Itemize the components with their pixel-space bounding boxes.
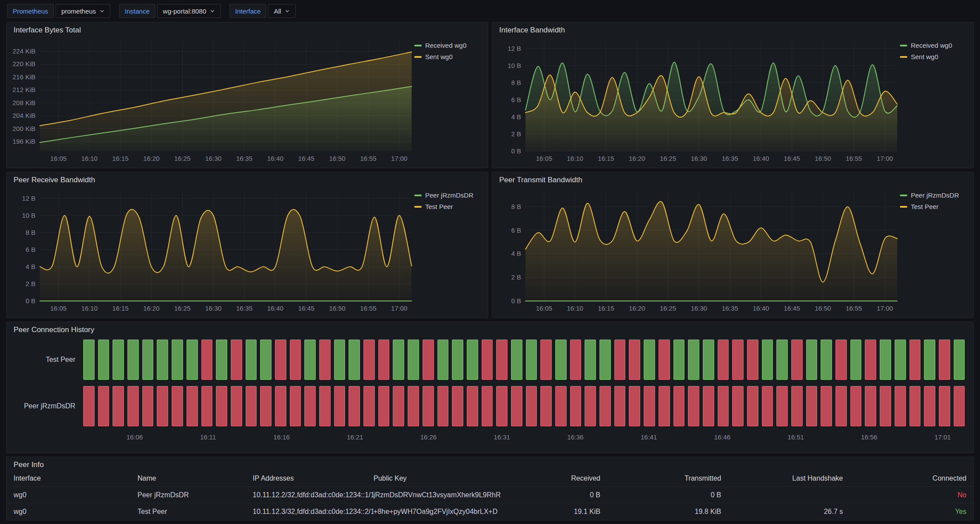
status-bar[interactable]: [570, 386, 582, 426]
status-bar[interactable]: [467, 340, 478, 380]
column-header[interactable]: Public Key: [374, 474, 506, 482]
legend-item[interactable]: Sent wg0: [900, 53, 969, 60]
status-bar[interactable]: [895, 386, 906, 426]
status-bar[interactable]: [526, 386, 537, 426]
chart-canvas[interactable]: 0 B2 B4 B6 B8 B10 B12 B16:0516:1016:1516…: [9, 186, 414, 314]
status-bar[interactable]: [865, 386, 876, 426]
status-bar[interactable]: [540, 340, 552, 380]
status-bar[interactable]: [924, 340, 935, 380]
column-header[interactable]: Last Handshake: [721, 474, 843, 482]
column-header[interactable]: Transmitted: [600, 474, 721, 482]
status-bar[interactable]: [570, 340, 582, 380]
status-bar[interactable]: [201, 340, 213, 380]
status-bar[interactable]: [127, 386, 139, 426]
status-bar[interactable]: [585, 340, 596, 380]
legend-item[interactable]: Peer jRzmDsDR: [900, 191, 969, 199]
status-bar[interactable]: [113, 340, 124, 380]
status-bar[interactable]: [482, 340, 493, 380]
status-bar[interactable]: [526, 340, 537, 380]
status-bar[interactable]: [172, 386, 183, 426]
status-bar[interactable]: [275, 340, 286, 380]
status-bar[interactable]: [880, 386, 891, 426]
status-bar[interactable]: [806, 386, 818, 426]
status-bar[interactable]: [408, 340, 419, 380]
status-bar[interactable]: [776, 386, 788, 426]
status-bar[interactable]: [747, 340, 758, 380]
panel-title[interactable]: Peer Info: [7, 457, 973, 470]
legend-item[interactable]: Test Peer: [900, 203, 969, 210]
status-bar[interactable]: [540, 386, 552, 426]
status-bar[interactable]: [319, 340, 331, 380]
status-bar[interactable]: [555, 386, 567, 426]
panel-title[interactable]: Peer Connection History: [7, 322, 973, 335]
status-bar[interactable]: [659, 340, 670, 380]
status-bar[interactable]: [555, 340, 567, 380]
status-bar[interactable]: [290, 340, 301, 380]
status-bar[interactable]: [511, 340, 522, 380]
status-bar[interactable]: [821, 386, 832, 426]
status-bar[interactable]: [791, 386, 803, 426]
column-header[interactable]: IP Addresses: [253, 474, 374, 482]
chart-canvas[interactable]: 0 B2 B4 B6 B8 B10 B12 B16:0516:1016:1516…: [495, 36, 900, 164]
status-bar[interactable]: [187, 340, 198, 380]
status-bar[interactable]: [703, 386, 714, 426]
status-bar[interactable]: [304, 386, 316, 426]
status-bar[interactable]: [349, 340, 360, 380]
legend-item[interactable]: Test Peer: [414, 203, 483, 210]
status-bar[interactable]: [187, 386, 198, 426]
status-bar[interactable]: [378, 340, 390, 380]
legend-item[interactable]: Peer jRzmDsDR: [414, 191, 483, 199]
status-bar[interactable]: [423, 386, 434, 426]
status-bar[interactable]: [703, 340, 714, 380]
status-bar[interactable]: [511, 386, 522, 426]
status-bar[interactable]: [157, 340, 168, 380]
status-bar[interactable]: [688, 340, 699, 380]
status-bar[interactable]: [614, 340, 626, 380]
legend-item[interactable]: Received wg0: [900, 42, 969, 49]
status-bar[interactable]: [113, 386, 124, 426]
status-bar[interactable]: [452, 340, 463, 380]
status-bar[interactable]: [423, 340, 434, 380]
status-bar[interactable]: [688, 386, 699, 426]
status-bar[interactable]: [231, 386, 242, 426]
legend-item[interactable]: Received wg0: [414, 42, 483, 49]
status-bar[interactable]: [644, 340, 655, 380]
status-bar[interactable]: [408, 386, 419, 426]
panel-title[interactable]: Interface Bytes Total: [7, 22, 488, 35]
status-bar[interactable]: [260, 340, 271, 380]
status-bar[interactable]: [718, 386, 729, 426]
status-bar[interactable]: [304, 340, 316, 380]
status-bar[interactable]: [909, 340, 921, 380]
status-bar[interactable]: [880, 340, 891, 380]
variable-label-prometheus[interactable]: Prometheus: [7, 4, 54, 18]
status-bar[interactable]: [482, 386, 493, 426]
status-bar[interactable]: [924, 386, 935, 426]
status-bar[interactable]: [673, 340, 685, 380]
status-bar[interactable]: [835, 340, 847, 380]
status-bar[interactable]: [599, 386, 611, 426]
status-bar[interactable]: [718, 340, 729, 380]
status-bar[interactable]: [585, 386, 596, 426]
status-bar[interactable]: [835, 386, 847, 426]
status-bar[interactable]: [614, 386, 626, 426]
status-bar[interactable]: [246, 386, 257, 426]
status-bar[interactable]: [909, 386, 921, 426]
status-bar[interactable]: [629, 340, 640, 380]
status-bar[interactable]: [437, 386, 449, 426]
status-bar[interactable]: [762, 386, 773, 426]
status-bar[interactable]: [393, 340, 404, 380]
status-bar[interactable]: [393, 386, 404, 426]
status-bar[interactable]: [496, 340, 508, 380]
status-bar[interactable]: [127, 340, 139, 380]
panel-title[interactable]: Peer Transmit Bandwidth: [492, 172, 973, 185]
status-bar[interactable]: [172, 340, 183, 380]
status-bar[interactable]: [363, 386, 375, 426]
status-bar[interactable]: [260, 386, 271, 426]
status-bar[interactable]: [98, 386, 109, 426]
status-bar[interactable]: [201, 386, 213, 426]
status-bar[interactable]: [791, 340, 803, 380]
panel-title[interactable]: Interface Bandwidth: [492, 22, 973, 35]
status-bar[interactable]: [496, 386, 508, 426]
panel-title[interactable]: Peer Receive Bandwidth: [7, 172, 488, 185]
legend-item[interactable]: Sent wg0: [414, 53, 483, 60]
